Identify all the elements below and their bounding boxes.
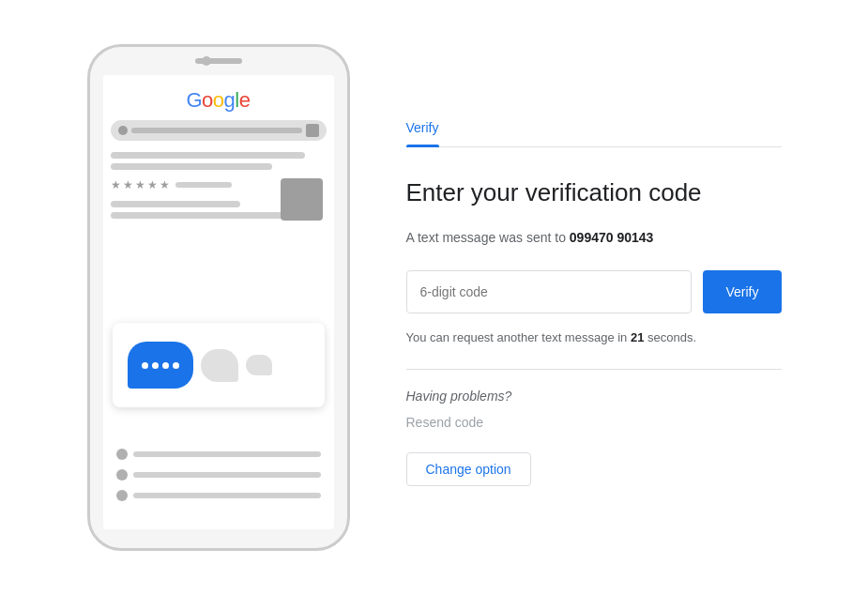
phone-search-icon [118,126,128,135]
phone-chat-overlay [113,323,325,407]
timer-text: You can request another text message in … [406,328,782,347]
phone-search-bar [111,120,327,141]
page-container: Google ★ ★ ★ ★ ★ [0,0,868,595]
resend-code-link[interactable]: Resend code [406,415,782,430]
tab-verify[interactable]: Verify [406,109,439,146]
form-panel: Verify Enter your verification code A te… [406,90,782,505]
google-logo: Google [103,75,334,120]
chat-bubble-gray2 [246,355,272,375]
code-input[interactable] [406,270,693,313]
form-subtitle: A text message was sent to 099470 90143 [406,228,782,248]
phone-screen: Google ★ ★ ★ ★ ★ [103,75,334,529]
phone-content-lines [103,148,334,178]
verify-button[interactable]: Verify [703,270,781,313]
chat-bubble-blue [128,342,193,389]
chat-bubble-gray1 [201,349,238,382]
phone-mockup: Google ★ ★ ★ ★ ★ [87,44,350,551]
phone-bottom-lines [116,449,321,511]
phone-image-placeholder [281,178,323,221]
change-option-button[interactable]: Change option [406,452,531,486]
input-row: Verify [406,270,782,313]
divider [406,369,782,370]
tab-bar: Verify [406,109,782,147]
having-problems-label: Having problems? [406,389,782,404]
form-title: Enter your verification code [406,177,782,209]
phone-camera [202,56,211,66]
